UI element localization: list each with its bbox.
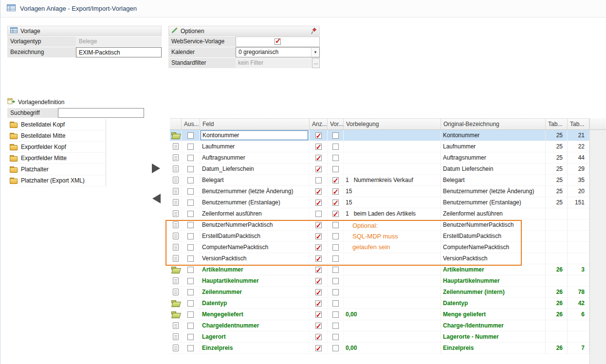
table-row[interactable]: Hauptartikelnummer Hauptartikelnummer bbox=[170, 275, 589, 287]
vorbelegen-checkbox[interactable] bbox=[332, 211, 339, 217]
vorbelegen-checkbox[interactable] bbox=[332, 289, 339, 295]
col-original-header[interactable]: Original-Bezeichnung bbox=[441, 119, 546, 129]
category-list-item[interactable]: Exportfelder Mitte bbox=[7, 153, 106, 164]
table-row[interactable]: Laufnummer Laufnummer 25 22 bbox=[170, 141, 589, 152]
aus-checkbox[interactable] bbox=[187, 267, 194, 273]
table-row[interactable]: Belegart 1 Nummernkreis Verkauf Belegart… bbox=[170, 175, 589, 186]
col-anz-header[interactable]: Anz... bbox=[310, 119, 328, 129]
vorbelegen-checkbox[interactable] bbox=[332, 155, 339, 161]
anzeigen-checkbox[interactable] bbox=[315, 132, 322, 139]
vorbelegen-checkbox[interactable] bbox=[332, 166, 339, 172]
aus-checkbox[interactable] bbox=[187, 244, 194, 251]
anzeigen-checkbox[interactable] bbox=[315, 233, 322, 239]
vorbelegen-checkbox[interactable] bbox=[332, 345, 339, 351]
standardfilter-browse-button[interactable]: ... bbox=[312, 58, 320, 68]
aus-checkbox[interactable] bbox=[187, 345, 194, 351]
aus-checkbox[interactable] bbox=[187, 144, 194, 150]
anzeigen-checkbox[interactable] bbox=[315, 222, 322, 228]
category-list-item[interactable]: Bestelldatei Mitte bbox=[7, 130, 106, 142]
anzeigen-checkbox[interactable] bbox=[315, 334, 322, 340]
move-left-arrow-button[interactable] bbox=[152, 194, 161, 203]
category-list-item[interactable]: Bestelldatei Kopf bbox=[7, 119, 106, 130]
anzeigen-checkbox[interactable] bbox=[315, 188, 322, 195]
aus-checkbox[interactable] bbox=[187, 278, 194, 284]
anzeigen-checkbox[interactable] bbox=[315, 155, 322, 161]
bezeichnung-input[interactable] bbox=[76, 47, 162, 57]
aus-checkbox[interactable] bbox=[187, 132, 194, 139]
aus-checkbox[interactable] bbox=[187, 200, 194, 206]
table-row[interactable]: ChargeIdentnummer Charge-/Identnummer bbox=[170, 320, 589, 331]
anzeigen-checkbox[interactable] bbox=[315, 166, 322, 172]
table-row[interactable]: Datentyp Datentyp 26 42 bbox=[170, 298, 589, 309]
table-row[interactable]: ComputerNamePacktisch ComputerNamePackti… bbox=[170, 242, 589, 253]
vorbelegen-checkbox[interactable] bbox=[332, 200, 339, 206]
kalender-dropdown[interactable]: 0 gregorianisch ▼ bbox=[236, 47, 320, 57]
table-row[interactable]: Kontonummer Kontonummer 25 21 bbox=[170, 130, 589, 141]
anzeigen-checkbox[interactable] bbox=[315, 289, 322, 295]
aus-checkbox[interactable] bbox=[187, 177, 194, 183]
table-row[interactable]: Auftragsnummer Auftragsnummer 25 44 bbox=[170, 152, 589, 164]
aus-checkbox[interactable] bbox=[187, 255, 194, 262]
col-vor-header[interactable]: Vor... bbox=[328, 119, 344, 129]
aus-checkbox[interactable] bbox=[187, 289, 194, 295]
vorbelegen-checkbox[interactable] bbox=[332, 334, 339, 340]
col-feld-header[interactable]: Feld bbox=[200, 119, 310, 129]
aus-checkbox[interactable] bbox=[187, 222, 194, 228]
aus-checkbox[interactable] bbox=[187, 300, 194, 307]
col-tab2-header[interactable]: Tab... bbox=[568, 119, 589, 129]
anzeigen-checkbox[interactable] bbox=[315, 345, 322, 351]
pin-icon[interactable] bbox=[311, 27, 317, 35]
aus-checkbox[interactable] bbox=[187, 155, 194, 161]
vorbelegen-checkbox[interactable] bbox=[332, 144, 339, 150]
vorbelegen-checkbox[interactable] bbox=[332, 267, 339, 273]
category-list-item[interactable]: Platzhalter bbox=[7, 164, 106, 175]
vorbelegen-checkbox[interactable] bbox=[332, 300, 339, 307]
table-row[interactable]: VersionPacktisch VersionPacktisch bbox=[170, 253, 589, 264]
anzeigen-checkbox[interactable] bbox=[315, 200, 322, 206]
anzeigen-checkbox[interactable] bbox=[315, 177, 322, 183]
anzeigen-checkbox[interactable] bbox=[315, 311, 322, 318]
table-row[interactable]: Artikelnummer Artikelnummer 26 3 bbox=[170, 264, 589, 275]
aus-checkbox[interactable] bbox=[187, 233, 194, 239]
anzeigen-checkbox[interactable] bbox=[315, 144, 322, 150]
anzeigen-checkbox[interactable] bbox=[315, 323, 322, 329]
suchbegriff-input[interactable] bbox=[58, 108, 144, 118]
vorbelegen-checkbox[interactable] bbox=[332, 255, 339, 262]
table-row[interactable]: ErstellDatumPacktisch ErstellDatumPackti… bbox=[170, 231, 589, 242]
table-row[interactable]: Zeilenformel ausführen 1 beim Laden des … bbox=[170, 208, 589, 219]
table-row[interactable]: Lagerort Lagerorte - Nummer bbox=[170, 331, 589, 343]
anzeigen-checkbox[interactable] bbox=[315, 211, 322, 217]
aus-checkbox[interactable] bbox=[187, 211, 194, 217]
table-row[interactable]: Benutzernummer (Erstanlage) 15 Benutzern… bbox=[170, 197, 589, 208]
vorbelegen-checkbox[interactable] bbox=[332, 177, 339, 183]
chevron-down-icon[interactable]: ▼ bbox=[311, 48, 319, 57]
table-row[interactable]: BenutzerNummerPacktisch BenutzerNummerPa… bbox=[170, 219, 589, 231]
anzeigen-checkbox[interactable] bbox=[315, 278, 322, 284]
vorbelegen-checkbox[interactable] bbox=[332, 311, 339, 318]
vorbelegen-checkbox[interactable] bbox=[332, 222, 339, 228]
vorbelegen-checkbox[interactable] bbox=[332, 244, 339, 251]
vorbelegen-checkbox[interactable] bbox=[332, 233, 339, 239]
col-vorbelegung-header[interactable]: Vorbelegung bbox=[344, 119, 441, 129]
col-aus-header[interactable]: Aus... bbox=[182, 119, 200, 129]
col-tab1-header[interactable]: Tab... bbox=[546, 119, 568, 129]
aus-checkbox[interactable] bbox=[187, 311, 194, 318]
anzeigen-checkbox[interactable] bbox=[315, 300, 322, 307]
aus-checkbox[interactable] bbox=[187, 323, 194, 329]
aus-checkbox[interactable] bbox=[187, 188, 194, 195]
col-icon-header[interactable] bbox=[170, 119, 182, 129]
anzeigen-checkbox[interactable] bbox=[315, 244, 322, 251]
category-list-item[interactable]: Exportfelder Kopf bbox=[7, 142, 106, 153]
table-row[interactable]: Zeilennummer Zeilennummer (intern) 26 78 bbox=[170, 287, 589, 298]
move-right-arrow-button[interactable] bbox=[152, 164, 160, 173]
vorbelegen-checkbox[interactable] bbox=[332, 323, 339, 329]
aus-checkbox[interactable] bbox=[187, 334, 194, 340]
vorbelegen-checkbox[interactable] bbox=[332, 132, 339, 139]
webservice-checkbox[interactable] bbox=[275, 38, 281, 45]
table-row[interactable]: Datum_Lieferschein Datum Lieferschein 25… bbox=[170, 164, 589, 175]
anzeigen-checkbox[interactable] bbox=[315, 267, 322, 273]
vorbelegen-checkbox[interactable] bbox=[332, 278, 339, 284]
table-row[interactable]: Mengegeliefert 0,00 Menge geliefert 26 6 bbox=[170, 309, 589, 320]
table-row[interactable]: Benutzernummer (letzte Änderung) 15 Benu… bbox=[170, 186, 589, 197]
aus-checkbox[interactable] bbox=[187, 166, 194, 172]
